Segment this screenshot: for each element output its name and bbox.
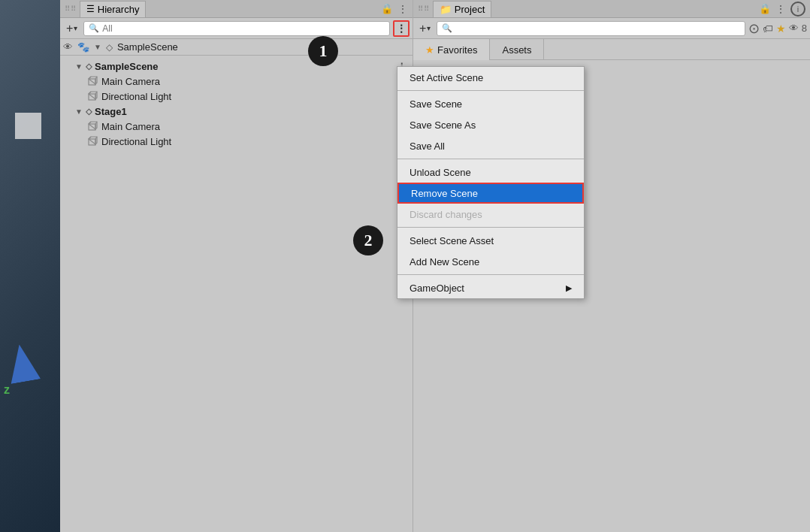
hierarchy-search-input[interactable]	[102, 23, 385, 34]
project-icon-2[interactable]: 🏷	[763, 23, 773, 35]
tree-row-main-camera-1[interactable]: Main Camera	[60, 74, 413, 89]
preview-blue-shape	[5, 342, 41, 384]
tree-row-main-camera-2[interactable]: Main Camera	[60, 119, 413, 134]
menu-item-remove-scene[interactable]: Remove Scene	[397, 183, 584, 204]
hierarchy-panel-strip: ⠿ ⠿ ☰ Hierarchy 🔒 ⋮	[60, 0, 413, 18]
dropdown-arrow-icon: ▾	[74, 24, 77, 32]
drag-handle: ⠿ ⠿	[65, 5, 75, 13]
star-icon: ★	[425, 44, 434, 56]
project-header-icons: 🔒 ⋮ i	[759, 2, 805, 17]
preview-z-label: z	[4, 383, 10, 397]
menu-item-select-scene-asset[interactable]: Select Scene Asset	[397, 230, 584, 251]
hierarchy-three-dot-button[interactable]: ⋮	[393, 20, 410, 37]
project-search-box[interactable]: 🔍	[437, 21, 745, 36]
project-search-icon: 🔍	[442, 23, 452, 33]
project-toolbar: + ▾ 🔍 ⊙ 🏷 ★ 👁 8	[413, 18, 810, 39]
hierarchy-panel: ⠿ ⠿ ☰ Hierarchy 🔒 ⋮ + ▾	[60, 0, 413, 532]
hierarchy-list-icon: ☰	[86, 4, 95, 14]
right-panels: ⠿ ⠿ ☰ Hierarchy 🔒 ⋮ + ▾	[60, 0, 810, 532]
project-icon-3[interactable]: ★	[776, 23, 786, 35]
project-lock-icon[interactable]: 🔒	[759, 3, 771, 14]
annotation-2: 2	[353, 225, 383, 255]
tree-row-dir-light-2[interactable]: Directional Light	[60, 134, 413, 149]
menu-label-select-scene-asset: Select Scene Asset	[410, 235, 494, 246]
menu-label-save-all: Save All	[410, 141, 445, 152]
lock-icon[interactable]: 🔒	[381, 3, 393, 14]
menu-item-save-scene-as[interactable]: Save Scene As	[397, 114, 584, 135]
menu-label-discard-changes: Discard changes	[410, 209, 482, 220]
project-icon-4[interactable]: 👁 8	[789, 23, 807, 34]
menu-item-save-all[interactable]: Save All	[397, 135, 584, 156]
menu-label-save-scene: Save Scene	[410, 98, 462, 110]
menu-label-save-scene-as: Save Scene As	[410, 119, 476, 131]
menu-arrow-gameobject: ▶	[566, 283, 572, 293]
tree-label-dir-light-1: Directional Light	[101, 91, 171, 102]
hierarchy-search-box[interactable]: 🔍	[83, 21, 390, 36]
project-drag-handle: ⠿ ⠿	[418, 5, 428, 13]
menu-label-remove-scene: Remove Scene	[411, 188, 478, 199]
menu-item-discard-changes: Discard changes	[397, 204, 584, 225]
cube-icon-3	[87, 121, 98, 131]
project-icon-1[interactable]: ⊙	[748, 20, 760, 37]
tree-arrow-stage1: ▼	[75, 107, 84, 116]
filter-icon[interactable]: 🐾	[77, 41, 89, 53]
cube-icon-4	[87, 136, 98, 147]
project-search-input[interactable]	[452, 23, 740, 34]
project-tab-assets[interactable]: Assets	[490, 39, 544, 60]
eye-icon[interactable]: 👁	[63, 41, 73, 53]
tree-row-stage1[interactable]: ▼ ◇ Stage1 ⋮	[60, 104, 413, 119]
menu-item-unload-scene[interactable]: Unload Scene	[397, 162, 584, 183]
scene-label: SampleScene	[117, 41, 178, 53]
menu-sep-3	[397, 227, 584, 228]
preview-panel: z	[0, 0, 60, 532]
hierarchy-add-button[interactable]: + ▾	[63, 20, 80, 37]
scene-diamond-icon: ◇	[106, 42, 113, 53]
cube-icon-1	[87, 76, 98, 86]
annotation-1: 1	[308, 36, 338, 66]
project-add-icon: +	[419, 22, 426, 35]
scene-icon-stage1: ◇	[86, 107, 92, 116]
menu-label-unload-scene: Unload Scene	[410, 167, 471, 178]
hierarchy-visibility-row: 👁 🐾 ▼ ◇ SampleScene	[60, 39, 413, 56]
menu-sep-2	[397, 159, 584, 159]
hierarchy-tree: ▼ ◇ SampleScene ⋮	[60, 56, 413, 532]
menu-item-gameobject[interactable]: GameObject ▶	[397, 277, 584, 298]
project-tab-assets-label: Assets	[502, 44, 531, 56]
project-panel-strip: ⠿ ⠿ 📁 Project 🔒 ⋮ i	[413, 0, 810, 18]
project-tab-favorites[interactable]: ★ Favorites	[413, 39, 490, 60]
menu-item-set-active-scene[interactable]: Set Active Scene	[397, 67, 584, 88]
tree-arrow-samplescene: ▼	[75, 62, 84, 71]
tree-label-stage1: Stage1	[95, 106, 127, 117]
tree-row-dir-light-1[interactable]: Directional Light	[60, 89, 413, 104]
project-add-button[interactable]: + ▾	[416, 20, 434, 37]
tree-row-samplescene[interactable]: ▼ ◇ SampleScene ⋮	[60, 59, 413, 74]
menu-sep-1	[397, 90, 584, 91]
project-tab-favorites-label: Favorites	[437, 44, 477, 56]
info-icon[interactable]: i	[790, 2, 805, 17]
menu-item-save-scene[interactable]: Save Scene	[397, 93, 584, 114]
project-tabs: ★ Favorites Assets	[413, 39, 810, 60]
hierarchy-tab[interactable]: ☰ Hierarchy	[80, 1, 147, 17]
project-dropdown-icon: ▾	[427, 24, 431, 32]
add-icon: +	[66, 22, 73, 35]
project-tab-label: Project	[455, 4, 485, 15]
tree-label-samplescene: SampleScene	[95, 61, 159, 72]
scene-icon-samplescene: ◇	[86, 62, 92, 71]
hierarchy-header-icons: 🔒 ⋮	[381, 3, 408, 15]
menu-sep-4	[397, 274, 584, 275]
project-folder-icon: 📁	[440, 4, 452, 15]
menu-item-add-new-scene[interactable]: Add New Scene	[397, 251, 584, 272]
hierarchy-kebab-icon[interactable]: ⋮	[397, 3, 408, 15]
menu-label-add-new-scene: Add New Scene	[410, 256, 479, 268]
project-tab-header[interactable]: 📁 Project	[433, 1, 491, 17]
context-menu: Set Active Scene Save Scene Save Scene A…	[397, 66, 585, 299]
arrow-down-icon: ▼	[94, 43, 101, 51]
project-kebab-icon[interactable]: ⋮	[775, 3, 786, 15]
cube-icon-2	[87, 91, 98, 101]
preview-white-square	[15, 113, 41, 139]
menu-label-gameobject: GameObject	[410, 283, 464, 294]
menu-label-set-active-scene: Set Active Scene	[410, 72, 483, 83]
tree-label-main-camera-1: Main Camera	[101, 76, 160, 87]
hierarchy-tab-label: Hierarchy	[98, 4, 140, 15]
tree-label-main-camera-2: Main Camera	[101, 121, 160, 132]
